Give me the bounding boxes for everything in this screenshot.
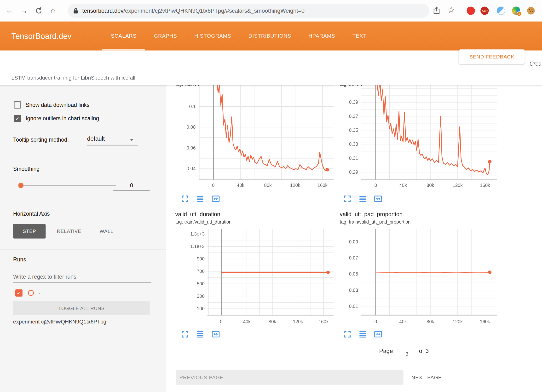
svg-text:40k: 40k bbox=[237, 183, 244, 188]
divider bbox=[0, 154, 166, 154]
axis-step-button[interactable]: STEP bbox=[13, 224, 46, 239]
svg-text:0.05: 0.05 bbox=[349, 271, 358, 277]
svg-text:80k: 80k bbox=[427, 319, 434, 324]
next-page-button[interactable]: NEXT PAGE bbox=[411, 370, 442, 385]
scalar-chart-2[interactable]: 1.3e+31.1e+3900700500300100040k80k120k16… bbox=[180, 226, 339, 330]
show-download-links-checkbox[interactable] bbox=[14, 101, 21, 109]
fit-domain-icon[interactable] bbox=[211, 195, 220, 203]
page-number-input[interactable] bbox=[398, 348, 416, 360]
svg-text:100: 100 bbox=[197, 306, 205, 311]
profile-badge: 1 bbox=[517, 12, 522, 16]
profile-avatar-icon[interactable]: 1 bbox=[512, 6, 520, 15]
svg-text:120k: 120k bbox=[293, 319, 303, 324]
lock-icon bbox=[73, 8, 78, 14]
url-text[interactable]: tensorboard.dev/experiment/cj2vtPiwQHKN9… bbox=[82, 7, 305, 14]
tab-distributions[interactable]: DISTRIBUTIONS bbox=[240, 21, 300, 50]
browser-toolbar: ← → ⌂ tensorboard.dev/experiment/cj2vtPi… bbox=[0, 0, 542, 21]
svg-text:160k: 160k bbox=[480, 319, 490, 324]
svg-text:0.29: 0.29 bbox=[349, 169, 358, 175]
check-icon: ✓ bbox=[17, 290, 21, 296]
data-lines-icon[interactable] bbox=[196, 330, 204, 339]
tab-histograms[interactable]: HISTOGRAMS bbox=[186, 21, 240, 50]
chart-2-toolbar bbox=[181, 330, 220, 339]
svg-text:80k: 80k bbox=[427, 183, 434, 188]
fit-domain-icon[interactable] bbox=[374, 195, 383, 203]
scalar-chart-3[interactable]: 0.090.070.050.030.01040k80k120k160k bbox=[332, 226, 505, 330]
back-icon[interactable]: ← bbox=[6, 6, 13, 15]
abp-extension-icon[interactable]: ABP bbox=[480, 6, 489, 15]
svg-text:120k: 120k bbox=[453, 183, 463, 188]
tooltip-sorting-underline bbox=[87, 145, 138, 146]
svg-text:80k: 80k bbox=[269, 319, 276, 324]
check-icon: ✓ bbox=[15, 115, 20, 121]
tab-text[interactable]: TEXT bbox=[344, 21, 375, 50]
chart-3-title: valid_utt_pad_proportion bbox=[340, 211, 403, 217]
data-lines-icon[interactable] bbox=[196, 195, 204, 203]
svg-text:900: 900 bbox=[197, 256, 205, 261]
url-host: tensorboard.dev bbox=[82, 7, 123, 14]
scalar-chart-1[interactable]: 0.390.370.350.330.310.29040k80k120k160k bbox=[332, 68, 505, 192]
tensorboard-logo[interactable]: TensorBoard.dev bbox=[12, 21, 72, 50]
previous-page-button[interactable]: PREVIOUS PAGE bbox=[176, 370, 404, 385]
data-lines-icon[interactable] bbox=[358, 330, 367, 339]
settings-sidebar: Show data download links ✓ Ignore outlie… bbox=[0, 85, 166, 392]
chart-2-subtitle: tag: train/valid_utt_duration bbox=[175, 219, 231, 225]
forward-icon[interactable]: → bbox=[20, 6, 28, 15]
axis-relative-button[interactable]: RELATIVE bbox=[51, 224, 87, 239]
tooltip-sorting-select[interactable]: default bbox=[87, 135, 105, 142]
svg-text:0.39: 0.39 bbox=[349, 100, 358, 105]
smoothing-value-input[interactable] bbox=[113, 180, 150, 191]
experiment-id-label: experiment cj2vtPiwQHKN9Q1tx6PTpg bbox=[13, 319, 106, 325]
svg-text:0.35: 0.35 bbox=[349, 127, 358, 133]
svg-text:0: 0 bbox=[375, 319, 377, 324]
svg-text:0: 0 bbox=[375, 183, 377, 188]
bookmark-star-icon[interactable]: ☆ bbox=[447, 5, 455, 14]
svg-text:0: 0 bbox=[220, 319, 223, 324]
svg-text:160k: 160k bbox=[480, 183, 490, 188]
data-lines-icon[interactable] bbox=[358, 195, 367, 203]
address-bar[interactable]: tensorboard.dev/experiment/cj2vtPiwQHKN9… bbox=[68, 4, 429, 18]
tab-scalars[interactable]: SCALARS bbox=[102, 21, 145, 50]
fit-domain-icon[interactable] bbox=[374, 330, 383, 339]
run-color-swatch[interactable] bbox=[28, 290, 34, 296]
experiment-description: LSTM transducer training for LibriSpeech… bbox=[12, 75, 135, 81]
blue-extension-icon[interactable] bbox=[497, 6, 505, 15]
expand-chart-icon[interactable] bbox=[343, 330, 352, 339]
expand-chart-icon[interactable] bbox=[181, 330, 189, 339]
svg-text:40k: 40k bbox=[399, 319, 407, 324]
svg-text:0.01: 0.01 bbox=[349, 304, 358, 309]
scalar-chart-0[interactable]: 0.10.080.060.04040k80k120k160k bbox=[169, 68, 339, 192]
expand-chart-icon[interactable] bbox=[181, 195, 189, 203]
adblock-extension-icon[interactable] bbox=[467, 6, 475, 15]
run-checkbox[interactable]: ✓ bbox=[15, 289, 22, 296]
expand-chart-icon[interactable] bbox=[343, 195, 352, 203]
svg-text:0: 0 bbox=[212, 183, 215, 188]
reload-icon[interactable] bbox=[35, 6, 43, 17]
axis-wall-button[interactable]: WALL bbox=[92, 224, 121, 239]
chart-3-toolbar bbox=[343, 330, 383, 339]
show-download-links-label: Show data download links bbox=[26, 102, 90, 108]
runs-filter-input[interactable] bbox=[13, 271, 151, 283]
chart-1-toolbar bbox=[343, 195, 383, 203]
fit-domain-icon[interactable] bbox=[211, 330, 220, 339]
svg-text:1.1e+3: 1.1e+3 bbox=[190, 244, 205, 249]
svg-text:1.3e+3: 1.3e+3 bbox=[190, 231, 205, 236]
tab-graphs[interactable]: GRAPHS bbox=[145, 21, 186, 50]
svg-text:0.08: 0.08 bbox=[187, 124, 196, 130]
svg-text:300: 300 bbox=[197, 294, 205, 299]
share-icon[interactable] bbox=[433, 6, 440, 17]
toggle-all-runs-button[interactable]: TOGGLE ALL RUNS bbox=[13, 301, 150, 315]
smoothing-slider-thumb[interactable] bbox=[18, 183, 23, 188]
horizontal-axis-label: Horizontal Axis bbox=[13, 211, 50, 217]
smoothing-slider-track[interactable] bbox=[21, 185, 116, 186]
tab-hparams[interactable]: HPARAMS bbox=[300, 21, 344, 50]
cookie-extension-icon[interactable] bbox=[527, 6, 535, 15]
chevron-down-icon[interactable] bbox=[130, 139, 133, 141]
home-icon[interactable]: ⌂ bbox=[51, 5, 56, 15]
svg-text:0.31: 0.31 bbox=[349, 156, 358, 161]
send-feedback-button[interactable]: SEND FEEDBACK bbox=[459, 49, 525, 64]
ignore-outliers-checkbox[interactable]: ✓ bbox=[14, 115, 21, 122]
page-of-label: of 3 bbox=[419, 348, 429, 355]
svg-text:120k: 120k bbox=[453, 319, 463, 324]
svg-text:0.07: 0.07 bbox=[349, 255, 358, 260]
